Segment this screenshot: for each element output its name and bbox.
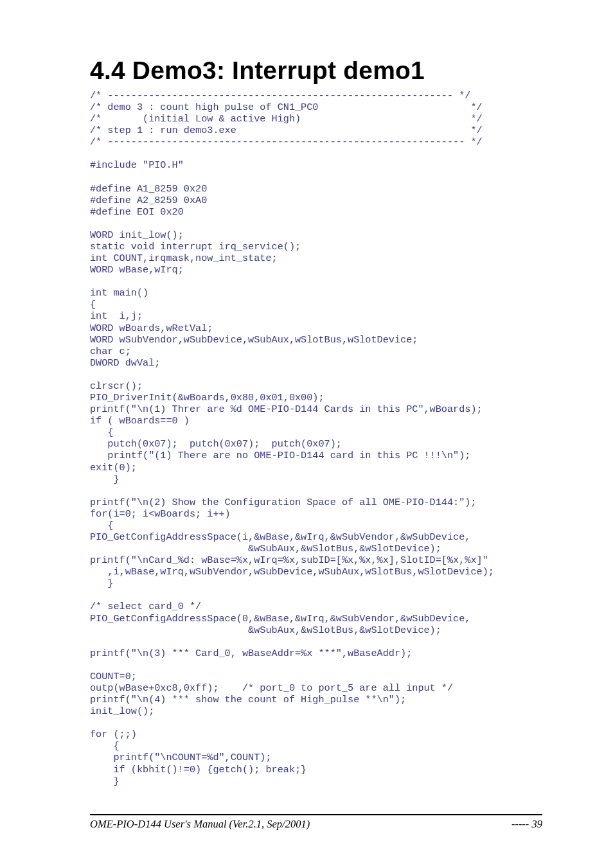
footer-line: OME-PIO-D144 User's Manual (Ver.2.1, Sep… xyxy=(90,818,542,831)
footer-left: OME-PIO-D144 User's Manual (Ver.2.1, Sep… xyxy=(90,818,310,831)
footer-rule xyxy=(90,814,542,815)
code-listing: /* -------------------------------------… xyxy=(90,90,542,787)
page: 4.4 Demo3: Interrupt demo1 /* ----------… xyxy=(0,0,613,868)
section-heading: 4.4 Demo3: Interrupt demo1 xyxy=(90,57,542,85)
page-footer: OME-PIO-D144 User's Manual (Ver.2.1, Sep… xyxy=(90,814,542,831)
footer-right: ----- 39 xyxy=(511,818,542,831)
